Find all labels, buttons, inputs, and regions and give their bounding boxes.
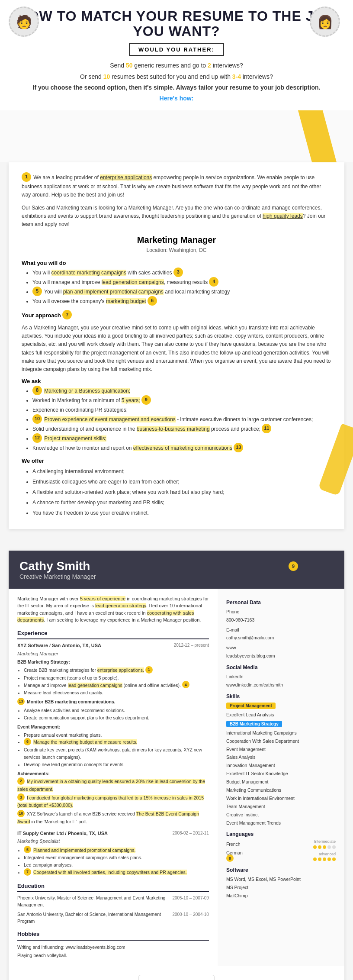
job-1-header: 2012-12 – present XYZ Software / San Ant… bbox=[17, 642, 209, 650]
page: 🧑 👩 HOW TO MATCH YOUR RESUME TO THE JOB … bbox=[0, 0, 353, 980]
resume-right-column: Personal Data Phone 800-960-7163 E-mail … bbox=[218, 589, 344, 966]
circle-5: 5 bbox=[32, 287, 42, 296]
phone-label: Phone bbox=[226, 608, 336, 616]
social-media-data: LinkedIn www.linkedin.com/cathsmith bbox=[226, 673, 336, 689]
languages-title: Languages bbox=[226, 831, 336, 837]
circle-7-job2: 7 bbox=[24, 868, 31, 876]
edu-2: 2000-10 – 2004-10 San Antonio University… bbox=[17, 911, 209, 925]
circle-10: 10 bbox=[32, 414, 42, 424]
email-label: E-mail bbox=[226, 626, 336, 634]
event-4: Develop new lead generation concepts for… bbox=[24, 761, 209, 768]
would-you-rather-label: WOULD YOU RATHER: bbox=[129, 43, 224, 56]
job-2-container: 2008-02 – 2012-11 IT Supply Center Ltd /… bbox=[17, 830, 209, 877]
skills-list: Project Management Excellent Lead Analys… bbox=[226, 702, 336, 827]
dot-1 bbox=[313, 845, 317, 849]
job-intro-2: Our Sales and Marketing team is looking … bbox=[22, 204, 331, 229]
task-3: 5 You will plan and implement promotiona… bbox=[32, 287, 331, 297]
dot-4 bbox=[327, 845, 331, 849]
avatar-left: 🧑 bbox=[9, 6, 43, 41]
would-you-rather-box: WOULD YOU RATHER: bbox=[13, 39, 340, 60]
b2b-3: Manage and improve lead generation campa… bbox=[24, 682, 209, 690]
avatar-right-circle: 👩 bbox=[310, 6, 340, 37]
req-6: 12 Project management skills; bbox=[32, 434, 331, 444]
resume-section: 9 Cathy Smith Creative Marketing Manager… bbox=[9, 551, 344, 980]
skill-intl-campaigns: International Marketing Campaigns bbox=[226, 729, 336, 737]
circle-1: 1 bbox=[22, 172, 31, 182]
skill-event-trends: Event Management Trends bbox=[226, 819, 336, 827]
circle-13-resume: 13 bbox=[17, 698, 25, 705]
lang-french-level: Intermediate bbox=[311, 839, 336, 844]
circle-12: 12 bbox=[32, 433, 42, 443]
education-label: Education bbox=[17, 882, 209, 893]
header-section: 🧑 👩 HOW TO MATCH YOUR RESUME TO THE JOB … bbox=[0, 0, 353, 110]
b2b-4: Measure lead effectiveness and quality. bbox=[24, 689, 209, 696]
resume-body: Marketing Manager with over 5 years of e… bbox=[9, 589, 344, 966]
circle-4: 4 bbox=[209, 277, 218, 287]
we-offer-title: We offer bbox=[22, 458, 331, 464]
num-2: 2 bbox=[208, 62, 211, 69]
req-5: Solid understanding of and experience in… bbox=[32, 425, 331, 434]
edu-1-header: 2005-10 – 2007-09 Phoenix University, Ma… bbox=[17, 895, 209, 909]
num-3-4: 3-4 bbox=[232, 73, 241, 80]
www-label: www bbox=[226, 644, 336, 652]
num-50: 50 bbox=[126, 62, 133, 69]
zety-area: zety RESUME BUILDER bbox=[9, 966, 344, 980]
dot-5 bbox=[332, 845, 336, 849]
sw-2: MS Project bbox=[226, 883, 336, 892]
skill-it-knowledge: Excellent IT Sector Knowledge bbox=[226, 770, 336, 778]
dot-g4 bbox=[327, 858, 331, 861]
event-1: Prepare annual event marketing plans. bbox=[24, 732, 209, 739]
event-mgmt-label: Event Management: bbox=[17, 724, 209, 731]
circle-6-resume: 6 bbox=[24, 738, 31, 745]
task-4: You will oversee the company's marketing… bbox=[32, 297, 331, 306]
job-title: Marketing Manager bbox=[22, 235, 331, 245]
offer-1: A challenging international environment; bbox=[32, 466, 331, 477]
skill-b2b-strategy: B2B Marketing Strategy bbox=[226, 720, 336, 728]
resume-left-column: Marketing Manager with over 5 years of e… bbox=[9, 589, 218, 966]
job-description-document: 1 We are a leading provider of enterpris… bbox=[9, 162, 344, 529]
header-text: Send 50 generic resumes and go to 2 inte… bbox=[13, 60, 340, 104]
lang-german-left: German 8 bbox=[226, 850, 243, 863]
phone-value: 800-960-7163 bbox=[226, 616, 336, 624]
req-4: 10 Proven experience of event management… bbox=[32, 415, 331, 425]
achievement-3: 10 XYZ Software's launch of a new B2B se… bbox=[17, 810, 209, 825]
edu-1: 2005-10 – 2007-09 Phoenix University, Ma… bbox=[17, 895, 209, 909]
monitor-2: Create communication support plans for t… bbox=[24, 714, 209, 722]
b2b-list: Create B2B marketing strategies for ente… bbox=[17, 667, 209, 696]
dot-g5 bbox=[332, 858, 336, 861]
resume-header: 9 Cathy Smith Creative Marketing Manager bbox=[9, 551, 344, 589]
personal-data: Phone 800-960-7163 E-mail cathy.smith@ma… bbox=[226, 608, 336, 660]
page-title: HOW TO MATCH YOUR RESUME TO THE JOB YOU … bbox=[13, 9, 340, 39]
skill-lead-analysis: Excellent Lead Analysis bbox=[226, 711, 336, 719]
skill-innovation: Innovation Management bbox=[226, 761, 336, 770]
job2-3: Led campaign analyses. bbox=[24, 861, 209, 869]
lang-german: German 8 advanced bbox=[226, 850, 336, 863]
monitor-list: Analyze sales activities and recommend s… bbox=[17, 707, 209, 722]
your-approach-title: Your approach 7 bbox=[22, 311, 331, 320]
event-3: Coordinate key event projects (KAM works… bbox=[24, 746, 209, 761]
line3: If you choose the second option, then it… bbox=[33, 84, 321, 91]
job-1-role: Marketing Manager bbox=[17, 650, 209, 658]
resume-header-inner: 9 Cathy Smith Creative Marketing Manager bbox=[19, 559, 334, 580]
monitor-label: 13 Monitor B2B marketing communications. bbox=[17, 699, 209, 706]
tasks-list: You will coordinate marketing campaigns … bbox=[22, 268, 331, 306]
offer-list: A challenging international environment;… bbox=[22, 466, 331, 518]
job2-1: 5 Planned and implemented promotional ca… bbox=[24, 847, 209, 854]
edu-1-period: 2005-10 – 2007-09 bbox=[172, 895, 209, 901]
highlighter-right bbox=[329, 425, 351, 494]
languages-list: French Intermediate bbox=[226, 839, 336, 863]
b2b-2: Project management (teams of up to 5 peo… bbox=[24, 674, 209, 682]
circle-9-req: 9 bbox=[141, 395, 151, 405]
highlighter-area-top bbox=[0, 110, 353, 162]
skills-title: Skills bbox=[226, 693, 336, 700]
req-3: Experience in coordinating PR strategies… bbox=[32, 406, 331, 415]
b2b-1: Create B2B marketing strategies for ente… bbox=[24, 667, 209, 674]
job-1-period: 2012-12 – present bbox=[174, 642, 209, 648]
edu-1-degree: Master of Science, Management and Event … bbox=[17, 895, 165, 907]
approach-text: As a Marketing Manager, you use your cre… bbox=[22, 324, 331, 374]
skill-badge-b2b: B2B Marketing Strategy bbox=[226, 721, 282, 727]
hobbies-text: Writing and influencing: www.leadsbyeven… bbox=[17, 943, 209, 960]
job-2-header: 2008-02 – 2012-11 IT Supply Center Ltd /… bbox=[17, 830, 209, 838]
what-you-will-do-title: What you will do bbox=[22, 260, 331, 266]
b2b-label: B2B Marketing Strategy: bbox=[17, 659, 209, 666]
